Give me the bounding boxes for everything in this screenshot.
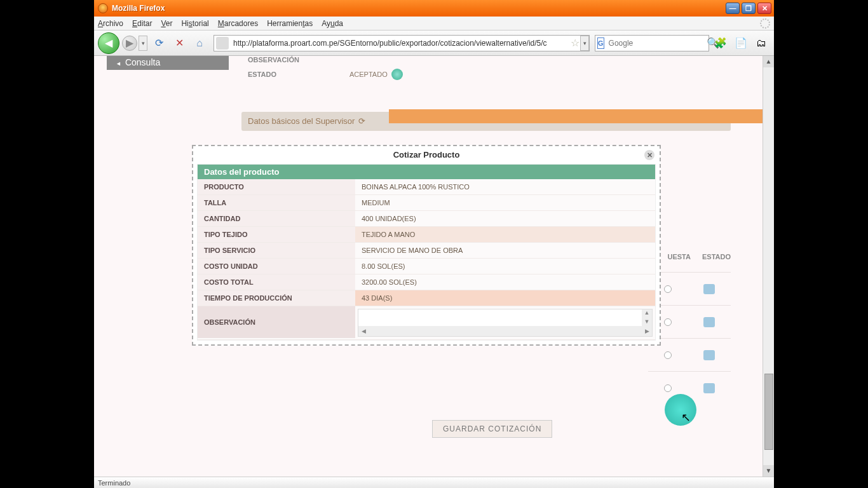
tejido-label: TIPO TEJIDO <box>198 227 355 242</box>
modal-section-header: Datos del producto <box>198 165 655 179</box>
page-viewport: Consulta OBSERVACIÓN ESTADO ACEPTADO Dat… <box>94 56 774 477</box>
cantidad-label: CANTIDAD <box>198 211 355 226</box>
google-engine-icon[interactable]: G <box>597 37 604 49</box>
scroll-up-icon[interactable]: ▲ <box>763 56 774 67</box>
toolbar-ext-icon-1[interactable]: 🧩 <box>714 36 728 50</box>
accepted-check-icon <box>391 69 403 80</box>
costo-unidad-label: COSTO UNIDAD <box>198 259 355 274</box>
scroll-thumb[interactable] <box>764 374 773 450</box>
toolbar-ext-icon-3[interactable]: 🗂 <box>754 36 768 50</box>
toolbar-ext-icon-2[interactable]: 📄 <box>734 36 748 50</box>
close-button[interactable]: ✕ <box>757 3 771 14</box>
col-uesta: UESTA <box>668 253 691 261</box>
sidebar-item-consulta[interactable]: Consulta <box>107 56 229 70</box>
scroll-down-icon[interactable]: ▼ <box>763 465 774 477</box>
obs-scroll-left-icon[interactable]: ◀ <box>358 326 369 336</box>
home-button[interactable]: ⌂ <box>193 36 207 50</box>
url-dropdown[interactable]: ▾ <box>580 36 589 51</box>
row-action-icon[interactable] <box>703 317 715 327</box>
search-bar: G 🔍 <box>595 35 709 51</box>
page-scrollbar[interactable]: ▲ ▼ <box>763 56 774 477</box>
activity-throbber-icon <box>760 18 770 29</box>
tiempo-value: 43 DIA(S) <box>355 290 655 306</box>
firefox-icon <box>98 3 108 13</box>
status-bar: Terminado <box>94 477 774 488</box>
status-text: Terminado <box>98 479 130 487</box>
window-titlebar: Mozilla Firefox — ❐ ✕ <box>94 0 774 17</box>
menu-editar[interactable]: Editar <box>132 19 152 28</box>
col-estado: ESTADO <box>702 253 731 261</box>
producto-label: PRODUCTO <box>198 179 355 194</box>
row-action-icon[interactable] <box>703 350 715 360</box>
costo-unidad-value: 8.00 SOL(ES) <box>355 259 655 274</box>
menu-ayuda[interactable]: Ayuda <box>322 19 343 28</box>
row-radio[interactable] <box>664 318 672 326</box>
bg-obs-label: OBSERVACIÓN <box>241 56 349 64</box>
background-form: OBSERVACIÓN ESTADO ACEPTADO Datos básico… <box>241 56 731 131</box>
reload-button[interactable]: ⟳ <box>152 36 166 50</box>
search-input[interactable] <box>606 39 707 48</box>
bg-estado-value: ACEPTADO <box>349 71 388 78</box>
expand-icon: ⟳ <box>358 112 365 131</box>
stop-button[interactable]: ✕ <box>172 36 186 50</box>
menubar: AArchivorchivo Editar Ver Historial Marc… <box>94 17 774 30</box>
page-content: Consulta OBSERVACIÓN ESTADO ACEPTADO Dat… <box>94 56 763 477</box>
talla-label: TALLA <box>198 195 355 210</box>
modal-close-button[interactable]: ✕ <box>644 150 654 160</box>
bookmark-star-icon[interactable]: ☆ <box>569 37 581 49</box>
maximize-button[interactable]: ❐ <box>742 3 756 14</box>
modal-title: Cotizar Producto <box>393 150 460 159</box>
bg-table-header: UESTA ESTADO <box>668 253 731 261</box>
producto-value: BOINAS ALPACA 100% RUSTICO <box>355 179 655 194</box>
row-radio[interactable] <box>664 351 672 359</box>
bg-estado-label: ESTADO <box>241 71 349 78</box>
url-bar: ☆ ▾ <box>214 35 590 51</box>
cursor-highlight-icon <box>665 394 696 426</box>
servicio-label: TIPO SERVICIO <box>198 243 355 258</box>
site-favicon-icon[interactable] <box>216 37 229 50</box>
row-radio[interactable] <box>664 285 672 293</box>
talla-value: MEDIUM <box>355 195 655 210</box>
row-action-icon[interactable] <box>703 284 715 294</box>
tiempo-label: TIEMPO DE PRODUCCIÓN <box>198 290 355 306</box>
row-radio[interactable] <box>664 384 672 392</box>
servicio-value: SERVICIO DE MANO DE OBRA <box>355 243 655 258</box>
costo-total-label: COSTO TOTAL <box>198 274 355 290</box>
menu-marcadores[interactable]: Marcadores <box>218 19 258 28</box>
obs-scroll-up-icon[interactable]: ▲ <box>642 309 652 318</box>
forward-button[interactable]: ▶ <box>122 36 137 51</box>
url-input[interactable] <box>231 39 569 48</box>
menu-archivo[interactable]: AArchivorchivo <box>98 19 123 28</box>
tejido-value: TEJIDO A MANO <box>355 227 655 242</box>
obs-scroll-right-icon[interactable]: ▶ <box>642 326 652 336</box>
observacion-label: OBSERVACIÓN <box>198 306 355 338</box>
save-quotation-button[interactable]: GUARDAR COTIZACIÓN <box>432 420 552 438</box>
window-title: Mozilla Firefox <box>112 4 726 13</box>
observacion-textarea[interactable]: ▲▼ ◀▶ <box>358 309 653 337</box>
row-action-icon[interactable] <box>703 383 715 393</box>
page-footer-bar <box>389 109 774 123</box>
minimize-button[interactable]: — <box>726 3 740 14</box>
menu-herramientas[interactable]: Herramientas <box>267 19 313 28</box>
back-button[interactable]: ◀ <box>98 32 119 54</box>
menu-historial[interactable]: Historial <box>181 19 208 28</box>
costo-total-value: 3200.00 SOL(ES) <box>355 274 655 290</box>
cotizar-producto-modal: Cotizar Producto ✕ Datos del producto PR… <box>192 145 661 346</box>
history-dropdown[interactable]: ▾ <box>139 36 147 51</box>
nav-toolbar: ◀ ▶ ▾ ⟳ ✕ ⌂ ☆ ▾ G 🔍 🧩 📄 🗂 <box>94 30 774 56</box>
cantidad-value: 400 UNIDAD(ES) <box>355 211 655 226</box>
menu-ver[interactable]: Ver <box>161 19 172 28</box>
